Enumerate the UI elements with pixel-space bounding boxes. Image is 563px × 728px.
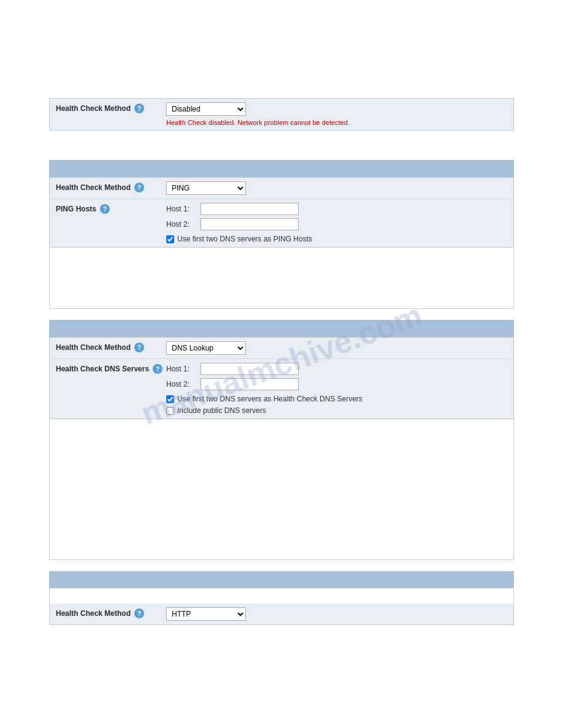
section2-ping-content: Host 1: Host 2: Use first two DNS server…: [166, 203, 507, 243]
section2-method-label-text: Health Check Method: [56, 183, 131, 192]
section2-help-icon[interactable]: ?: [134, 183, 144, 192]
bottom-spacer: [49, 625, 514, 723]
section3-block: Health Check Method ? Disabled PING DNS …: [49, 337, 514, 419]
section1-label-text: Health Check Method: [56, 104, 131, 113]
section3-host2-label: Host 2:: [166, 380, 197, 389]
section4-method-label-text: Health Check Method: [56, 609, 131, 618]
section2-host2-row: Host 2:: [166, 218, 507, 230]
section3-dns-label: Health Check DNS Servers ?: [56, 363, 166, 374]
section4-method-row: Health Check Method ? Disabled PING DNS …: [50, 604, 513, 624]
section3-host1-label: Host 1:: [166, 365, 197, 373]
section3-dns-label-text: Health Check DNS Servers: [56, 365, 149, 373]
section2-method-row: Health Check Method ? Disabled PING DNS …: [50, 178, 513, 199]
section2-host2-input[interactable]: [201, 218, 299, 230]
section3-host2-input[interactable]: [201, 378, 299, 390]
section3-dns-content: Host 1: Host 2: Use first two DNS server…: [166, 363, 507, 415]
section4-help-icon[interactable]: ?: [134, 609, 144, 618]
section3-dns-help-icon[interactable]: ?: [153, 364, 163, 374]
section3-dns-servers-row: Health Check DNS Servers ? Host 1: Host …: [50, 359, 513, 419]
section3-method-select[interactable]: Disabled PING DNS Lookup HTTP: [166, 341, 246, 355]
spacer2: [49, 248, 514, 309]
section2-host2-label: Host 2:: [166, 220, 197, 229]
section1-help-icon[interactable]: ?: [134, 104, 144, 113]
section2-host1-row: Host 1:: [166, 203, 507, 215]
section1-method-select[interactable]: Disabled PING DNS Lookup HTTP: [166, 102, 246, 116]
section1-health-check-row: Health Check Method ? Disabled PING DNS …: [50, 99, 513, 130]
section2-ping-hosts-row: PING Hosts ? Host 1: Host 2: Use first t…: [50, 199, 513, 247]
section2-checkbox-row: Use first two DNS servers as PING Hosts: [166, 235, 507, 243]
section4-method-label: Health Check Method ?: [56, 607, 166, 618]
section1-error-text: Health Check disabled. Network problem c…: [166, 119, 507, 126]
section2-method-label: Health Check Method ?: [56, 181, 166, 192]
section3-host1-row: Host 1:: [166, 363, 507, 375]
section2-ping-hosts-label: PING Hosts ?: [56, 203, 166, 214]
section3-help-icon[interactable]: ?: [134, 343, 144, 352]
section3-checkbox1-row: Use first two DNS servers as Health Chec…: [166, 395, 507, 403]
section2-host1-input[interactable]: [201, 203, 299, 215]
section2-use-dns-checkbox[interactable]: [166, 235, 174, 243]
section3-host1-input[interactable]: [201, 363, 299, 375]
section3-host2-row: Host 2:: [166, 378, 507, 390]
section3-checkbox2-row: Include public DNS servers: [166, 406, 507, 415]
section1-content: Disabled PING DNS Lookup HTTP Health Che…: [166, 102, 507, 126]
section3-method-label-text: Health Check Method: [56, 343, 131, 352]
section3-include-public-label: Include public DNS servers: [177, 406, 266, 415]
section3-use-dns-checkbox[interactable]: [166, 395, 174, 403]
section2-use-dns-label: Use first two DNS servers as PING Hosts: [177, 235, 312, 243]
top-spacer: [49, 12, 514, 98]
section3-method-content: Disabled PING DNS Lookup HTTP: [166, 341, 507, 355]
section4-block: Health Check Method ? Disabled PING DNS …: [49, 588, 514, 625]
section1-block: Health Check Method ? Disabled PING DNS …: [49, 98, 514, 131]
section2-ping-help-icon[interactable]: ?: [100, 204, 110, 214]
separator2: [49, 320, 514, 337]
section3-use-dns-label: Use first two DNS servers as Health Chec…: [177, 395, 362, 403]
section2-method-select[interactable]: Disabled PING DNS Lookup HTTP: [166, 181, 246, 195]
section4-method-select[interactable]: Disabled PING DNS Lookup HTTP: [166, 607, 246, 621]
separator3: [49, 571, 514, 588]
section2-ping-hosts-label-text: PING Hosts: [56, 205, 96, 213]
section4-method-content: Disabled PING DNS Lookup HTTP: [166, 607, 507, 621]
section2-method-content: Disabled PING DNS Lookup HTTP: [166, 181, 507, 195]
section3-method-row: Health Check Method ? Disabled PING DNS …: [50, 338, 513, 359]
section3-include-public-checkbox[interactable]: [166, 407, 174, 415]
section3-method-label: Health Check Method ?: [56, 341, 166, 352]
spacer1: [49, 131, 514, 149]
section2-block: Health Check Method ? Disabled PING DNS …: [49, 177, 514, 248]
section2-host1-label: Host 1:: [166, 205, 197, 213]
section1-label: Health Check Method ?: [56, 102, 166, 113]
spacer3: [49, 419, 514, 560]
separator1: [49, 160, 514, 177]
